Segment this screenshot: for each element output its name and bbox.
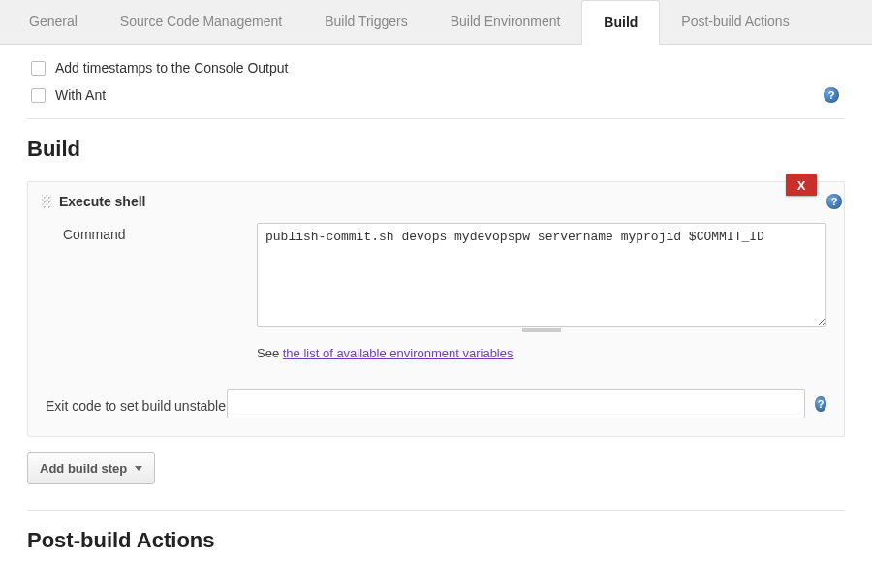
checkbox-timestamps[interactable] bbox=[31, 61, 46, 76]
env-vars-hint: See the list of available environment va… bbox=[257, 332, 826, 378]
step-title: Execute shell bbox=[59, 194, 146, 209]
checkbox-withant[interactable] bbox=[31, 88, 46, 103]
postbuild-heading: Post-build Actions bbox=[27, 528, 845, 553]
exit-code-input[interactable] bbox=[227, 389, 805, 418]
tab-triggers[interactable]: Build Triggers bbox=[303, 0, 429, 44]
command-textarea[interactable] bbox=[257, 223, 826, 327]
help-icon[interactable]: ? bbox=[824, 87, 839, 103]
chevron-down-icon bbox=[135, 466, 142, 471]
tab-env[interactable]: Build Environment bbox=[429, 0, 582, 44]
checkbox-withant-label: With Ant bbox=[55, 87, 106, 103]
step-header: Execute shell bbox=[28, 182, 844, 219]
help-icon[interactable]: ? bbox=[815, 396, 826, 412]
section-divider bbox=[27, 510, 845, 511]
hint-prefix: See bbox=[257, 346, 283, 360]
checkbox-row-withant: With Ant ? bbox=[27, 81, 845, 108]
section-divider bbox=[27, 118, 845, 119]
checkbox-timestamps-label: Add timestamps to the Console Output bbox=[55, 60, 288, 76]
exit-code-label: Exit code to set build unstable bbox=[46, 394, 227, 414]
command-label: Command bbox=[63, 223, 257, 242]
add-build-step-label: Add build step bbox=[40, 461, 127, 476]
config-tabs: General Source Code Management Build Tri… bbox=[0, 0, 872, 45]
tab-post[interactable]: Post-build Actions bbox=[660, 0, 810, 44]
tab-scm[interactable]: Source Code Management bbox=[99, 0, 303, 44]
tab-build[interactable]: Build bbox=[581, 0, 660, 45]
build-step-execute-shell: X ? Execute shell Command See the list o… bbox=[27, 181, 845, 437]
env-vars-link[interactable]: the list of available environment variab… bbox=[283, 346, 514, 360]
build-heading: Build bbox=[27, 137, 845, 162]
checkbox-row-timestamps: Add timestamps to the Console Output bbox=[27, 54, 845, 81]
tab-general[interactable]: General bbox=[8, 0, 99, 44]
config-content: Add timestamps to the Console Output Wit… bbox=[0, 45, 872, 588]
add-build-step-button[interactable]: Add build step bbox=[27, 452, 155, 484]
command-row: Command See the list of available enviro… bbox=[28, 219, 844, 380]
exit-code-row: Exit code to set build unstable ? bbox=[28, 380, 844, 418]
drag-handle-icon[interactable] bbox=[42, 195, 51, 208]
